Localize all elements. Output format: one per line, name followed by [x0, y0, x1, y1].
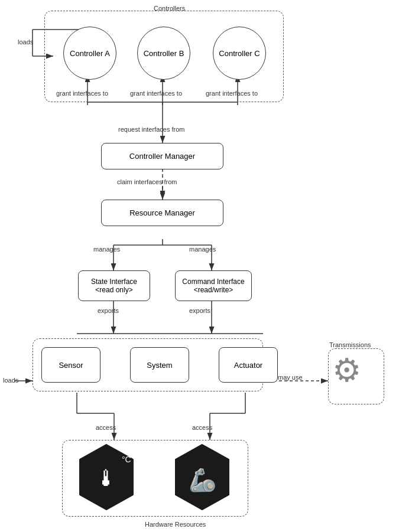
controller-a-label: Controller A	[70, 49, 110, 58]
access-actuator-label: access	[192, 424, 212, 431]
controller-a-box: Controller A	[63, 27, 116, 80]
exports-state-label: exports	[98, 307, 119, 314]
manages-state-label: manages	[93, 246, 120, 253]
sensor-label: Sensor	[59, 361, 83, 370]
actuator-box: Actuator	[219, 347, 278, 383]
loads-label-bottom: loads	[3, 377, 18, 384]
resource-manager-label: Resource Manager	[129, 208, 195, 217]
manages-cmd-label: manages	[189, 246, 216, 253]
controller-b-box: Controller B	[137, 27, 190, 80]
transmissions-label: Transmissions	[329, 341, 371, 348]
hardware-resources-label: Hardware Resources	[145, 521, 206, 528]
loads-label-top: loads	[18, 38, 33, 45]
may-use-label: may use	[278, 374, 303, 381]
gear-icon: ⚙	[332, 354, 361, 387]
thermometer-hex: 🌡 °C	[76, 442, 138, 513]
controller-manager-label: Controller Manager	[129, 152, 195, 161]
state-interface-box: State Interface <read only>	[78, 270, 150, 301]
command-interface-box: Command Interface <read/write>	[175, 270, 252, 301]
actuator-label: Actuator	[234, 361, 262, 370]
resource-manager-box: Resource Manager	[101, 200, 223, 226]
controller-c-box: Controller C	[213, 27, 266, 80]
grant-c-label: grant interfaces to	[206, 90, 258, 97]
controller-b-label: Controller B	[144, 49, 184, 58]
svg-text:🦾: 🦾	[189, 466, 217, 494]
exports-cmd-label: exports	[189, 307, 210, 314]
grant-b-label: grant interfaces to	[130, 90, 182, 97]
system-label: System	[147, 361, 172, 370]
state-interface-label: State Interface <read only>	[91, 278, 137, 294]
system-box: System	[130, 347, 189, 383]
controller-manager-box: Controller Manager	[101, 143, 223, 169]
sensor-box: Sensor	[41, 347, 100, 383]
diagram: Controllers Controller A Controller B Co…	[0, 0, 399, 532]
grant-a-label: grant interfaces to	[56, 90, 108, 97]
access-sensor-label: access	[96, 424, 116, 431]
controller-c-label: Controller C	[219, 49, 259, 58]
svg-text:°C: °C	[122, 455, 131, 464]
robot-arm-hex: 🦾	[171, 442, 233, 513]
svg-text:🌡: 🌡	[95, 466, 118, 491]
command-interface-label: Command Interface <read/write>	[182, 278, 244, 294]
claim-label: claim interfaces from	[117, 178, 177, 185]
request-label: request interfaces from	[118, 126, 185, 133]
controllers-group-label: Controllers	[154, 5, 185, 12]
